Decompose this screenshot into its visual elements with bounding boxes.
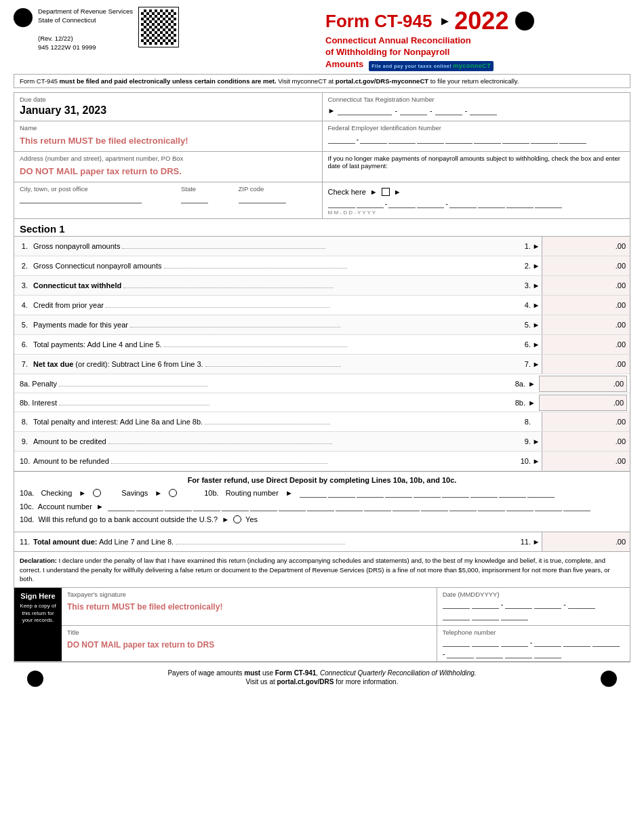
acct-d8[interactable] (307, 502, 334, 511)
sign-date-m1[interactable] (443, 599, 470, 609)
dd-savings-label: Savings (121, 489, 148, 497)
sign-date-y3[interactable] (472, 611, 499, 620)
line-9-row: 9. Amount to be credited 9. ► .00 (14, 432, 630, 452)
ct-reg-field1[interactable] (338, 106, 392, 115)
phone-d6[interactable] (592, 637, 620, 647)
name-section: Name This return MUST be filed electroni… (14, 121, 323, 151)
acct-d1[interactable] (108, 502, 135, 511)
date-mm1[interactable] (328, 199, 355, 208)
savings-radio[interactable] (169, 489, 177, 497)
fein-field6[interactable] (474, 134, 501, 144)
routing-d5[interactable] (414, 488, 441, 498)
phone-d3[interactable] (501, 637, 528, 647)
ct-reg-label: Connecticut Tax Registration Number (328, 96, 625, 103)
phone-d2[interactable] (472, 637, 499, 647)
fein-field5[interactable] (445, 134, 472, 144)
date-yyyy2[interactable] (478, 199, 505, 208)
dd-checking-label: Checking (41, 489, 72, 497)
routing-d1[interactable] (300, 488, 327, 498)
line-5-arrow-icon: ► (531, 321, 542, 329)
line-8-amount: .00 (542, 412, 630, 431)
nonpayroll-notice-text: If you no longer make payments of nonpay… (328, 155, 625, 170)
notice-suffix2: to file your return electronically. (430, 77, 519, 85)
qr-code (138, 7, 179, 47)
due-date-label: Due date (20, 96, 317, 103)
date-yyyy1[interactable] (449, 199, 477, 208)
dept-line1: Department of Revenue Services (38, 7, 133, 16)
acct-d13[interactable] (449, 502, 477, 511)
sign-date-d1[interactable] (505, 599, 532, 609)
phone-d10[interactable] (534, 649, 561, 658)
acct-d15[interactable] (506, 502, 534, 511)
acct-d16[interactable] (535, 502, 562, 511)
date-mm2[interactable] (357, 199, 384, 208)
fein-field3[interactable] (388, 134, 416, 144)
ct-reg-field2[interactable] (400, 106, 427, 115)
sign-date-m2[interactable] (472, 599, 499, 609)
subtitle-line3: Amounts (325, 59, 363, 71)
dd-title: For faster refund, use Direct Deposit by… (20, 476, 624, 484)
acct-d10[interactable] (364, 502, 391, 511)
date-dd2[interactable] (417, 199, 444, 208)
phone-d7[interactable] (447, 649, 474, 658)
acct-d4[interactable] (193, 502, 220, 511)
line-10-row: 10. Amount to be refunded 10. ► .00 (14, 452, 630, 471)
phone-d1[interactable] (443, 637, 470, 647)
routing-d8[interactable] (499, 488, 526, 498)
due-date-section: Due date January 31, 2023 (14, 93, 323, 121)
fein-fields: - (328, 134, 625, 144)
ct-reg-field4[interactable] (470, 106, 497, 115)
phone-d9[interactable] (505, 649, 532, 658)
routing-d9[interactable] (527, 488, 555, 498)
bank-yes-radio[interactable] (233, 515, 241, 523)
state-input[interactable] (181, 194, 208, 203)
fein-field9[interactable] (559, 134, 586, 144)
routing-d3[interactable] (357, 488, 384, 498)
ct-reg-field3[interactable] (435, 106, 462, 115)
acct-d11[interactable] (393, 502, 420, 511)
check-here-checkbox[interactable] (382, 188, 390, 196)
zip-input[interactable] (239, 194, 286, 203)
routing-d7[interactable] (470, 488, 498, 498)
acct-d6[interactable] (250, 502, 277, 511)
footer-payers-line: Payers of wage amounts must use Form CT-… (43, 669, 601, 677)
dd-10d-row: 10d. Will this refund go to a bank accou… (20, 515, 624, 523)
routing-d6[interactable] (442, 488, 469, 498)
acct-d2[interactable] (136, 502, 163, 511)
line-4-arrow-icon: ► (531, 301, 542, 309)
name-row: Name This return MUST be filed electroni… (14, 121, 630, 152)
phone-d8[interactable] (476, 649, 503, 658)
acct-d5[interactable] (222, 502, 249, 511)
taxpayer-sig-label: Taxpayer's signature (67, 591, 431, 598)
date-yyyy3[interactable] (506, 199, 534, 208)
state-label: State (181, 185, 233, 193)
checking-radio[interactable] (93, 489, 101, 497)
acct-d9[interactable] (336, 502, 363, 511)
sign-date-y1[interactable] (568, 599, 595, 609)
fein-field8[interactable] (531, 134, 558, 144)
dd-10c-label: 10c. (20, 502, 34, 511)
acct-d12[interactable] (421, 502, 448, 511)
fein-field1[interactable] (328, 134, 355, 144)
acct-d14[interactable] (478, 502, 505, 511)
fein-field4[interactable] (417, 134, 444, 144)
routing-d2[interactable] (328, 488, 355, 498)
address-section: Address (number and street), apartment n… (14, 152, 323, 182)
routing-d4[interactable] (385, 488, 412, 498)
phone-d5[interactable] (563, 637, 590, 647)
sign-date-y4[interactable] (501, 611, 528, 620)
phone-d4[interactable] (534, 637, 561, 647)
acct-d3[interactable] (165, 502, 192, 511)
sign-date-y2[interactable] (443, 611, 470, 620)
fein-field2[interactable] (360, 134, 387, 144)
fein-field7[interactable] (502, 134, 529, 144)
acct-d7[interactable] (279, 502, 306, 511)
acct-d17[interactable] (563, 502, 590, 511)
date-yyyy4[interactable] (535, 199, 562, 208)
date-dd1[interactable] (388, 199, 416, 208)
sign-date-d2[interactable] (534, 599, 561, 609)
header: Department of Revenue Services State of … (14, 7, 630, 71)
date-format-hint: M M - D D - Y Y Y Y (328, 210, 625, 216)
form-body: Due date January 31, 2023 Connecticut Ta… (14, 92, 630, 662)
city-input[interactable] (20, 194, 142, 203)
